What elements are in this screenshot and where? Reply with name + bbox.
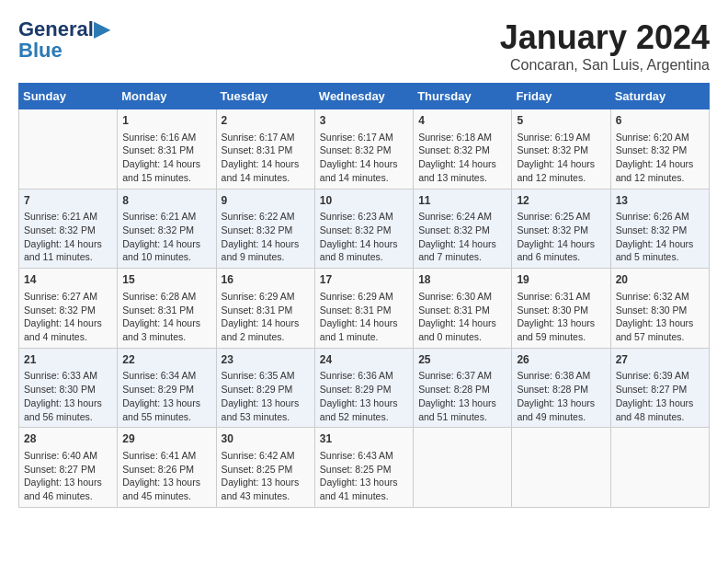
calendar-cell: 19Sunrise: 6:31 AMSunset: 8:30 PMDayligh… [512, 269, 610, 349]
day-number: 24 [320, 352, 408, 368]
calendar-cell: 28Sunrise: 6:40 AMSunset: 8:27 PMDayligh… [19, 428, 118, 508]
week-row-5: 28Sunrise: 6:40 AMSunset: 8:27 PMDayligh… [19, 428, 710, 508]
header-friday: Friday [512, 84, 610, 109]
calendar-cell: 17Sunrise: 6:29 AMSunset: 8:31 PMDayligh… [314, 269, 413, 349]
day-info: Sunrise: 6:21 AMSunset: 8:32 PMDaylight:… [24, 210, 112, 264]
calendar-cell: 20Sunrise: 6:32 AMSunset: 8:30 PMDayligh… [610, 269, 709, 349]
day-info: Sunrise: 6:29 AMSunset: 8:31 PMDaylight:… [222, 290, 310, 344]
day-number: 12 [517, 193, 605, 209]
day-number: 10 [320, 193, 408, 209]
calendar-cell: 1Sunrise: 6:16 AMSunset: 8:31 PMDaylight… [118, 109, 216, 190]
calendar-cell: 11Sunrise: 6:24 AMSunset: 8:32 PMDayligh… [414, 189, 512, 269]
day-info: Sunrise: 6:31 AMSunset: 8:30 PMDaylight:… [517, 290, 605, 344]
day-info: Sunrise: 6:22 AMSunset: 8:32 PMDaylight:… [222, 210, 310, 264]
day-info: Sunrise: 6:18 AMSunset: 8:32 PMDaylight:… [418, 131, 506, 185]
calendar-table: SundayMondayTuesdayWednesdayThursdayFrid… [18, 83, 710, 508]
day-number: 19 [517, 272, 605, 288]
calendar-title: January 2024 [500, 18, 710, 57]
day-info: Sunrise: 6:24 AMSunset: 8:32 PMDaylight:… [418, 210, 506, 264]
calendar-cell: 21Sunrise: 6:33 AMSunset: 8:30 PMDayligh… [19, 348, 118, 428]
day-number: 27 [616, 352, 704, 368]
header-saturday: Saturday [610, 84, 709, 109]
day-info: Sunrise: 6:36 AMSunset: 8:29 PMDaylight:… [320, 369, 408, 423]
calendar-cell [414, 428, 512, 508]
calendar-cell: 27Sunrise: 6:39 AMSunset: 8:27 PMDayligh… [610, 348, 709, 428]
header-thursday: Thursday [414, 84, 512, 109]
day-number: 31 [320, 431, 408, 447]
calendar-cell: 4Sunrise: 6:18 AMSunset: 8:32 PMDaylight… [414, 109, 512, 190]
calendar-cell: 18Sunrise: 6:30 AMSunset: 8:31 PMDayligh… [414, 269, 512, 349]
day-number: 14 [24, 272, 112, 288]
calendar-cell: 25Sunrise: 6:37 AMSunset: 8:28 PMDayligh… [414, 348, 512, 428]
calendar-cell: 3Sunrise: 6:17 AMSunset: 8:32 PMDaylight… [314, 109, 413, 190]
day-number: 13 [616, 193, 704, 209]
day-info: Sunrise: 6:30 AMSunset: 8:31 PMDaylight:… [418, 290, 506, 344]
header-wednesday: Wednesday [314, 84, 413, 109]
day-number: 6 [616, 113, 704, 129]
day-info: Sunrise: 6:23 AMSunset: 8:32 PMDaylight:… [320, 210, 408, 264]
day-info: Sunrise: 6:17 AMSunset: 8:32 PMDaylight:… [320, 131, 408, 185]
day-number: 21 [24, 352, 112, 368]
day-info: Sunrise: 6:42 AMSunset: 8:25 PMDaylight:… [222, 449, 310, 503]
calendar-cell [19, 109, 118, 190]
logo: General▶ Blue [18, 18, 109, 63]
day-info: Sunrise: 6:39 AMSunset: 8:27 PMDaylight:… [616, 369, 704, 423]
calendar-cell: 7Sunrise: 6:21 AMSunset: 8:32 PMDaylight… [19, 189, 118, 269]
day-info: Sunrise: 6:16 AMSunset: 8:31 PMDaylight:… [122, 131, 210, 185]
day-info: Sunrise: 6:25 AMSunset: 8:32 PMDaylight:… [517, 210, 605, 264]
day-info: Sunrise: 6:19 AMSunset: 8:32 PMDaylight:… [517, 131, 605, 185]
header-tuesday: Tuesday [216, 84, 314, 109]
calendar-subtitle: Concaran, San Luis, Argentina [500, 57, 710, 74]
calendar-cell: 8Sunrise: 6:21 AMSunset: 8:32 PMDaylight… [118, 189, 216, 269]
day-info: Sunrise: 6:33 AMSunset: 8:30 PMDaylight:… [24, 369, 112, 423]
day-info: Sunrise: 6:40 AMSunset: 8:27 PMDaylight:… [24, 449, 112, 503]
day-info: Sunrise: 6:43 AMSunset: 8:25 PMDaylight:… [320, 449, 408, 503]
day-number: 3 [320, 113, 408, 129]
day-info: Sunrise: 6:41 AMSunset: 8:26 PMDaylight:… [122, 449, 210, 503]
calendar-cell: 5Sunrise: 6:19 AMSunset: 8:32 PMDaylight… [512, 109, 610, 190]
logo-text: General▶ [18, 18, 109, 40]
day-info: Sunrise: 6:28 AMSunset: 8:31 PMDaylight:… [122, 290, 210, 344]
day-number: 15 [122, 272, 210, 288]
day-number: 23 [222, 352, 310, 368]
day-info: Sunrise: 6:29 AMSunset: 8:31 PMDaylight:… [320, 290, 408, 344]
day-info: Sunrise: 6:26 AMSunset: 8:32 PMDaylight:… [616, 210, 704, 264]
day-number: 25 [418, 352, 506, 368]
day-number: 9 [222, 193, 310, 209]
calendar-cell: 10Sunrise: 6:23 AMSunset: 8:32 PMDayligh… [314, 189, 413, 269]
calendar-cell: 22Sunrise: 6:34 AMSunset: 8:29 PMDayligh… [118, 348, 216, 428]
calendar-cell: 13Sunrise: 6:26 AMSunset: 8:32 PMDayligh… [610, 189, 709, 269]
calendar-cell: 14Sunrise: 6:27 AMSunset: 8:32 PMDayligh… [19, 269, 118, 349]
week-row-1: 1Sunrise: 6:16 AMSunset: 8:31 PMDaylight… [19, 109, 710, 190]
week-row-4: 21Sunrise: 6:33 AMSunset: 8:30 PMDayligh… [19, 348, 710, 428]
day-number: 28 [24, 431, 112, 447]
day-number: 26 [517, 352, 605, 368]
calendar-cell: 12Sunrise: 6:25 AMSunset: 8:32 PMDayligh… [512, 189, 610, 269]
week-row-2: 7Sunrise: 6:21 AMSunset: 8:32 PMDaylight… [19, 189, 710, 269]
calendar-cell: 26Sunrise: 6:38 AMSunset: 8:28 PMDayligh… [512, 348, 610, 428]
day-info: Sunrise: 6:21 AMSunset: 8:32 PMDaylight:… [122, 210, 210, 264]
day-info: Sunrise: 6:27 AMSunset: 8:32 PMDaylight:… [24, 290, 112, 344]
calendar-cell: 24Sunrise: 6:36 AMSunset: 8:29 PMDayligh… [314, 348, 413, 428]
calendar-cell: 23Sunrise: 6:35 AMSunset: 8:29 PMDayligh… [216, 348, 314, 428]
day-info: Sunrise: 6:32 AMSunset: 8:30 PMDaylight:… [616, 290, 704, 344]
day-number: 30 [222, 431, 310, 447]
day-number: 11 [418, 193, 506, 209]
day-number: 4 [418, 113, 506, 129]
calendar-cell: 16Sunrise: 6:29 AMSunset: 8:31 PMDayligh… [216, 269, 314, 349]
day-number: 18 [418, 272, 506, 288]
calendar-cell: 31Sunrise: 6:43 AMSunset: 8:25 PMDayligh… [314, 428, 413, 508]
calendar-header-row: SundayMondayTuesdayWednesdayThursdayFrid… [19, 84, 710, 109]
day-number: 7 [24, 193, 112, 209]
calendar-cell: 30Sunrise: 6:42 AMSunset: 8:25 PMDayligh… [216, 428, 314, 508]
week-row-3: 14Sunrise: 6:27 AMSunset: 8:32 PMDayligh… [19, 269, 710, 349]
day-number: 1 [122, 113, 210, 129]
day-info: Sunrise: 6:20 AMSunset: 8:32 PMDaylight:… [616, 131, 704, 185]
calendar-cell: 9Sunrise: 6:22 AMSunset: 8:32 PMDaylight… [216, 189, 314, 269]
calendar-cell [610, 428, 709, 508]
day-number: 2 [222, 113, 310, 129]
day-info: Sunrise: 6:38 AMSunset: 8:28 PMDaylight:… [517, 369, 605, 423]
header-monday: Monday [118, 84, 216, 109]
calendar-cell: 6Sunrise: 6:20 AMSunset: 8:32 PMDaylight… [610, 109, 709, 190]
calendar-cell: 2Sunrise: 6:17 AMSunset: 8:31 PMDaylight… [216, 109, 314, 190]
